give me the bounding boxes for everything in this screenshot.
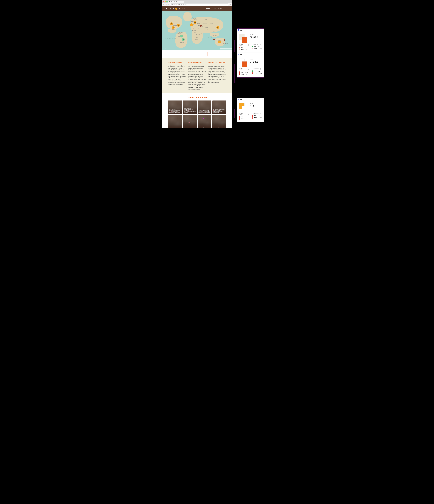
normal-text-results: NORMAL TEXT? ✕AA – 4.5:1 ✕AAA – 7:1 [239,113,249,120]
map-cluster[interactable]: 10 [190,23,193,26]
menu-icon[interactable]: ⋮ [230,4,231,5]
search-icon[interactable] [227,8,228,9]
svg-line-1 [228,9,228,9]
address-bar[interactable]: https://theframebuilders.com/ [170,3,229,6]
close-window-icon[interactable] [163,1,164,2]
stark-logo-icon: ◇ [238,29,239,31]
map-country-label: Canada [172,21,175,22]
ocean-label: South Atlantic Ocean [188,39,201,41]
map-country-label: China [211,26,213,27]
map-cluster[interactable]: 66 [194,21,196,24]
browser-tab[interactable]: TheFramebuilders × [168,1,184,3]
normal-text-results: NORMAL TEXT? ✕AA – 4.5:1 ✕AAA – 7:1 [239,68,249,75]
help-icon[interactable]: ? [248,69,249,70]
help-icon[interactable]: ? [260,68,261,70]
grid-card[interactable]: This is framebuilder @pedalinobikes from… [168,100,182,114]
map-country-label: Egypt [197,28,199,29]
reload-icon[interactable]: ⟳ [168,4,169,5]
grid-card[interactable]: Custom frame builder @bilenkycycleworks … [183,100,197,114]
map-cluster[interactable]: 2 [180,35,183,37]
logo-shield-icon: F [175,8,177,10]
stark-titlebar: ◇Stark × [237,53,264,56]
ratio-value: 3.64:1 [250,60,258,63]
help-icon[interactable]: ? [260,44,261,45]
annotation-line [204,118,235,118]
ocean-label: Indian Ocean [207,37,215,38]
map-country-label: Sudan [198,31,200,31]
ratio-display: RATIO 1.9:1 [250,103,257,108]
ratio-value: 3.26:1 [250,36,258,39]
map-country-label: South Africa [195,42,199,43]
map-country-label: Mali [192,30,193,31]
card-caption: @gallusdude from Denver CA. #theframebui… [168,125,182,128]
map-cluster[interactable]: 7 [182,38,185,41]
fail-icon: ✕ [252,115,253,117]
map-cluster[interactable]: 10 [218,41,221,43]
color-swatches [239,59,247,67]
grid-card[interactable]: From Australia! 🇦🇺 @devlincustomcycles #… [183,115,197,128]
fail-icon: ✕ [239,72,240,73]
close-icon[interactable]: × [262,29,263,31]
stark-titlebar: ◇Stark × [237,29,264,32]
grid-card[interactable]: @tomii cycles from Austin, Texas 🇺🇸 #the… [212,100,226,114]
tab-close-icon[interactable]: × [182,1,183,2]
forward-icon[interactable]: → [165,4,167,5]
map-country-label: Tanzania [199,36,202,36]
stark-panel-2: ◇Stark × RATIO 3.64:1 NORMAL TEXT? ✕AA –… [236,53,264,78]
map-country-label: Norway [193,18,196,19]
map-cluster[interactable]: 39 [170,22,173,25]
help-icon[interactable]: ? [260,113,261,114]
stark-panel-3: ◇Stark × RATIO 1.9:1 NORMAL TEXT? ✕AA – … [236,98,264,122]
large-text-results: LARGE TEXT? ✓AA – 3:1 ✕AAA – 4.5:1 [252,44,262,51]
map-country-label: Kazakhstan [203,23,207,24]
map-country-label: Chad [196,31,198,31]
close-icon[interactable]: × [262,99,263,100]
grid-card[interactable]: @gallusdude from Denver CA. #theframebui… [168,115,182,128]
nav-contact[interactable]: CONTACT [218,8,224,9]
grid-card[interactable]: Today @waterfordbikes from Wisconsin 🇺🇸 … [198,100,211,114]
swatch-background [242,61,247,67]
view-country-list-button[interactable]: VIEW AS COUNTRY LIST [187,52,208,56]
grid-card[interactable]: @demon_frameworks and their great lugs. … [212,115,226,128]
fail-icon: ✕ [239,49,240,50]
card-caption: Custom frame builder @bilenkycycleworks … [183,107,197,114]
close-icon[interactable]: × [262,54,263,55]
world-map[interactable]: North Pacific Ocean South Pacific Ocean … [162,11,232,50]
brand-logo[interactable]: THE FRAME F BUILDERS [166,8,185,10]
ratio-display: RATIO 3.26:1 [250,34,258,39]
map-country-label: Colombia [177,33,181,34]
stark-title: Stark [240,54,243,55]
map-country-label: Sweden [194,19,197,20]
large-text-results: LARGE TEXT? ✓AA – 3:1 ✕AAA – 4.5:1 [252,68,262,75]
nav-about[interactable]: ABOUT [206,8,210,9]
column-body: Our goal is to compile a comprehensive d… [208,64,226,83]
card-caption: @tomii cycles from Austin, Texas 🇺🇸 #the… [212,108,226,114]
maximize-window-icon[interactable] [166,1,168,2]
info-columns: QUALITY AND CRAFT Many people believe th… [162,58,232,93]
browser-toolbar: ← → ⟳ https://theframebuilders.com/ ⋮ [162,3,232,6]
map-attribution: Map data ©2018 Terms of Use [220,48,232,49]
map-cluster[interactable]: 12 [216,26,219,29]
nav-list[interactable]: LIST [213,8,216,9]
back-icon[interactable]: ← [163,4,164,5]
help-icon[interactable]: ? [248,45,249,46]
map-country-label: Greenland [185,14,189,15]
ratio-display: RATIO 3.64:1 [250,59,258,63]
grid-card[interactable]: Handcrafted bicycles, made in Yorkshire.… [198,115,211,128]
map-country-label: Libya [195,28,197,29]
browser-window: TheFramebuilders × ← → ⟳ https://thefram… [162,0,232,128]
card-caption: Today @waterfordbikes from Wisconsin 🇺🇸 … [198,109,211,114]
card-caption: Handcrafted bicycles, made in Yorkshire.… [198,123,211,128]
minimize-window-icon[interactable] [165,1,166,2]
map-country-label: Algeria [193,28,195,29]
hashtag-section: #TheFramebuilders [162,93,232,100]
terms-link[interactable]: Terms of Use [227,48,232,49]
map-country-label: Mongolia [210,23,213,24]
window-controls [163,0,168,3]
main-nav: ABOUT LIST CONTACT [206,8,228,9]
help-icon[interactable]: ? [248,114,249,115]
map-cluster[interactable]: 56 [172,26,175,29]
stark-logo-icon: ◇ [238,54,239,55]
tab-title: TheFramebuilders [169,1,178,2]
map-cluster[interactable]: 68 [177,24,180,27]
